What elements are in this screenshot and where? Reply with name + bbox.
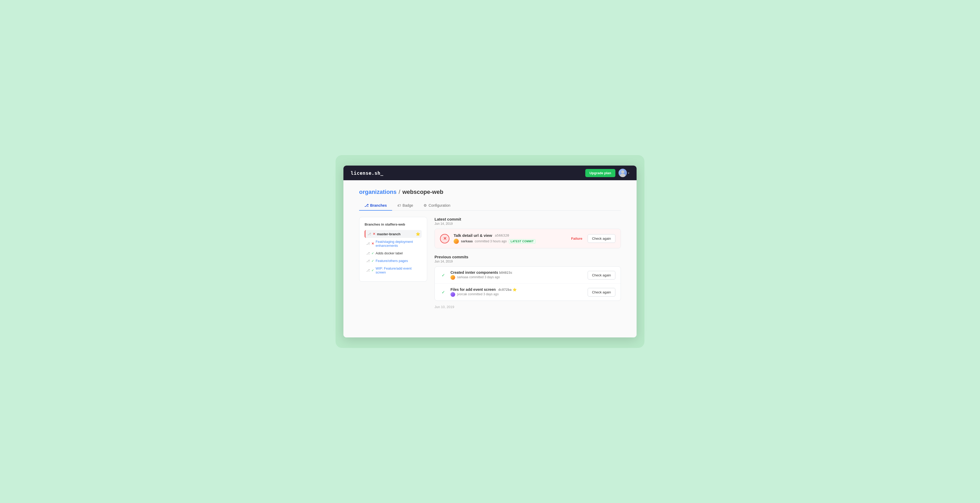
check-again-button-latest[interactable]: Check again	[588, 234, 616, 243]
tab-badge[interactable]: 🏷 Badge	[392, 201, 418, 211]
screen-wrapper: license.sh_ Upgrade plan ▾ organi	[336, 155, 644, 348]
prev-commit-meta-2: jvorcak committed 3 days ago	[450, 292, 584, 297]
latest-commit-date: Jun 14, 2019	[434, 222, 621, 225]
commit-info: Talk detail url & view a566320 sarkaaa c…	[453, 233, 567, 244]
navbar-right: Upgrade plan ▾	[585, 169, 629, 177]
branch-item-wip[interactable]: ⎇ ✓ WIP: Feature/add event screen	[364, 265, 422, 276]
tab-branches[interactable]: ⎇ Branches	[359, 201, 392, 211]
prev-commit-info-1: Created innter components b84023c sarkaa…	[450, 270, 584, 280]
badge-icon: 🏷	[397, 203, 401, 208]
branch-item-others[interactable]: ⎇ ✓ Feature/others pages	[364, 257, 422, 265]
committed-text: committed 3 hours ago	[475, 240, 507, 243]
branch-icon-feat: ⎇	[366, 242, 370, 246]
branch-name-wip: WIP: Feature/add event screen	[375, 267, 420, 274]
branch-icon-wip: ⎇	[366, 268, 370, 272]
prev-commit-avatar-2	[450, 292, 455, 297]
avatar	[619, 169, 627, 177]
branch-name-docker: Adds docker label	[375, 251, 420, 255]
check-again-button-1[interactable]: Check again	[588, 271, 616, 279]
prev-commit-row-1: ✓ Created innter components b84023c sark…	[435, 267, 620, 284]
breadcrumb-link[interactable]: organizations	[359, 188, 396, 195]
prev-commit-info-2: Files for add event screen dc872ba ⭐ jvo…	[450, 287, 584, 297]
branch-icon-master: ⎇	[368, 232, 371, 236]
branch-icon-docker: ⎇	[366, 251, 370, 255]
branches-title: Branches in staffers-web	[364, 222, 422, 226]
check-icon-2: ✓	[440, 290, 446, 295]
prev-commit-avatar-1	[450, 275, 455, 280]
commit-title-row: Talk detail url & view a566320	[453, 233, 567, 238]
svg-point-0	[621, 170, 624, 173]
prev-commits-list: ✓ Created innter components b84023c sark…	[434, 267, 621, 301]
branch-item-master[interactable]: ⎇ ✕ master-branch ⭐	[364, 230, 422, 238]
branch-item-docker[interactable]: ⎇ ✓ Adds docker label	[364, 249, 422, 257]
branch-name-master: master-branch	[377, 232, 414, 236]
status-check-icon: ✓	[371, 251, 374, 255]
latest-commit-row: ✕ Talk detail url & view a566320 sarkaaa…	[435, 229, 620, 248]
commits-panel: Latest commit Jun 14, 2019 ✕ Talk detail…	[434, 217, 621, 311]
commit-author: sarkaaa	[461, 240, 473, 243]
chevron-down-icon: ▾	[628, 172, 629, 174]
breadcrumb: organizations / webscope-web	[359, 188, 621, 195]
main-content: organizations / webscope-web ⎇ Branches …	[344, 180, 636, 337]
date-separator: Jun 10, 2019	[434, 305, 621, 309]
latest-commit-badge: LATEST COMMIT	[509, 239, 536, 244]
brand-logo: license.sh_	[351, 170, 383, 176]
check-icon-1: ✓	[440, 273, 446, 278]
prev-commits-date: Jun 14, 2019	[434, 260, 621, 263]
prev-commit-title-2: Files for add event screen dc872ba ⭐	[450, 287, 584, 292]
svg-point-1	[620, 174, 625, 177]
commit-avatar	[453, 239, 459, 244]
star-icon: ⭐	[416, 232, 420, 236]
status-fail-icon: ✕	[373, 232, 375, 236]
browser-window: license.sh_ Upgrade plan ▾ organi	[344, 166, 636, 337]
status-fail-icon-2: ✕	[371, 242, 374, 246]
breadcrumb-separator: /	[399, 188, 400, 195]
branches-panel: Branches in staffers-web ⎇ ✕ master-bran…	[359, 217, 427, 282]
star-icon-2: ⭐	[512, 287, 517, 292]
fail-status-indicator: ✕	[440, 234, 449, 243]
commit-title: Talk detail url & view	[453, 233, 492, 238]
prev-commit-title-1: Created innter components b84023c	[450, 270, 584, 275]
content-layout: Branches in staffers-web ⎇ ✕ master-bran…	[359, 217, 621, 311]
status-check-icon-3: ✓	[371, 268, 374, 272]
prev-commits-title: Previous commits	[434, 255, 621, 259]
tab-configuration[interactable]: ⚙ Configuration	[418, 201, 455, 211]
check-again-button-2[interactable]: Check again	[588, 288, 616, 297]
user-menu[interactable]: ▾	[619, 169, 629, 177]
prev-commit-meta-1: sarkaaa committed 3 days ago	[450, 275, 584, 280]
latest-commit-card: ✕ Talk detail url & view a566320 sarkaaa…	[434, 229, 621, 248]
navbar: license.sh_ Upgrade plan ▾	[344, 166, 636, 180]
commit-meta: sarkaaa committed 3 hours ago LATEST COM…	[453, 239, 567, 244]
gear-icon: ⚙	[423, 203, 427, 208]
upgrade-button[interactable]: Upgrade plan	[585, 169, 616, 177]
branch-icon-others: ⎇	[366, 259, 370, 263]
breadcrumb-current: webscope-web	[402, 188, 443, 195]
latest-commit-title: Latest commit	[434, 217, 621, 221]
tabs: ⎇ Branches 🏷 Badge ⚙ Configuration	[359, 201, 621, 211]
branch-item-feat-staging[interactable]: ⎇ ✕ Feat/staging deployment enhancements	[364, 238, 422, 249]
prev-commit-row-2: ✓ Files for add event screen dc872ba ⭐ j…	[435, 284, 620, 300]
status-check-icon-2: ✓	[371, 259, 374, 263]
branch-name-others: Feature/others pages	[375, 259, 420, 263]
branch-name-feat-staging: Feat/staging deployment enhancements	[375, 240, 420, 248]
failure-badge: Failure	[571, 236, 582, 241]
commit-hash: a566320	[495, 233, 509, 237]
branch-icon: ⎇	[364, 203, 369, 208]
